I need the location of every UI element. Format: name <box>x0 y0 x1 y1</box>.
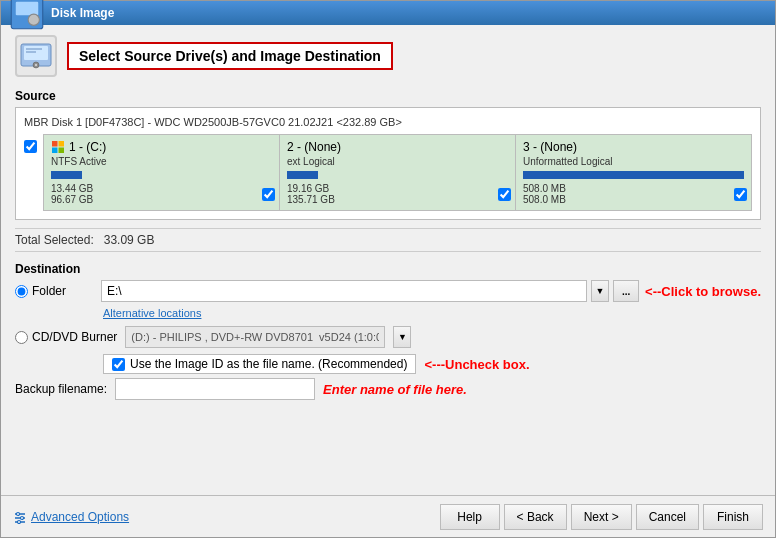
partition-1: 1 - (C:) NTFS Active 13.44 GB 96.67 GB <box>43 134 280 211</box>
partition-1-checkbox-wrapper <box>262 188 275 204</box>
header-title: Select Source Drive(s) and Image Destina… <box>67 42 393 70</box>
folder-radio-label: Folder <box>32 284 66 298</box>
folder-input[interactable] <box>101 280 587 302</box>
partition-3-checkbox-wrapper <box>734 188 747 204</box>
folder-dropdown-btn[interactable]: ▼ <box>591 280 609 302</box>
enter-annotation: Enter name of file here. <box>323 382 467 397</box>
total-selected-row: Total Selected: 33.09 GB <box>15 228 761 252</box>
title-bar: Disk Image <box>1 1 775 25</box>
image-id-row: Use the Image ID as the file name. (Reco… <box>103 354 761 374</box>
partition-2-sizes: 19.16 GB 135.71 GB <box>287 183 508 205</box>
backup-filename-label: Backup filename: <box>15 382 107 396</box>
cd-dropdown-btn: ▼ <box>393 326 411 348</box>
uncheck-annotation: <---Uncheck box. <box>424 357 529 372</box>
next-button[interactable]: Next > <box>571 504 632 530</box>
folder-radio-wrapper: Folder <box>15 284 95 298</box>
partition-1-sizes: 13.44 GB 96.67 GB <box>51 183 272 205</box>
partition-2-type: ext Logical <box>287 156 508 167</box>
svg-point-2 <box>28 14 39 25</box>
svg-point-16 <box>21 516 24 519</box>
help-button[interactable]: Help <box>440 504 500 530</box>
windows-icon <box>51 140 65 154</box>
backup-filename-input[interactable] <box>115 378 315 400</box>
partition-3-type: Unformatted Logical <box>523 156 744 167</box>
button-group: Help < Back Next > Cancel Finish <box>440 504 763 530</box>
source-label: Source <box>15 89 761 103</box>
cd-radio[interactable] <box>15 331 28 344</box>
folder-radio[interactable] <box>15 285 28 298</box>
partition-3: 3 - (None) Unformatted Logical 508.0 MB … <box>516 134 752 211</box>
header-section: Select Source Drive(s) and Image Destina… <box>15 35 761 77</box>
svg-point-6 <box>35 64 37 66</box>
partitions-container: 1 - (C:) NTFS Active 13.44 GB 96.67 GB <box>43 134 752 211</box>
alt-locations-link[interactable]: Alternative locations <box>103 307 201 319</box>
svg-rect-7 <box>26 48 42 50</box>
partition-2-number: 2 - (None) <box>287 140 341 154</box>
partition-2-bar <box>287 171 318 179</box>
browse-button[interactable]: ... <box>613 280 639 302</box>
total-selected-label: Total Selected: <box>15 233 94 247</box>
cd-row: CD/DVD Burner (D:) - PHILIPS , DVD+-RW D… <box>15 326 761 348</box>
backup-filename-row: Backup filename: Enter name of file here… <box>15 378 761 400</box>
cd-radio-wrapper: CD/DVD Burner <box>15 330 117 344</box>
partition-3-sizes: 508.0 MB 508.0 MB <box>523 183 744 205</box>
svg-rect-8 <box>26 51 36 53</box>
svg-rect-1 <box>16 2 39 16</box>
folder-input-row: ▼ ... <box>101 280 639 302</box>
destination-label: Destination <box>15 262 761 276</box>
partition-2-header: 2 - (None) <box>287 140 508 154</box>
advanced-options-label: Advanced Options <box>31 510 129 524</box>
header-icon <box>15 35 57 77</box>
bottom-bar: Advanced Options Help < Back Next > Canc… <box>1 495 775 537</box>
advanced-options-link[interactable]: Advanced Options <box>13 510 129 524</box>
image-id-label: Use the Image ID as the file name. (Reco… <box>130 357 407 371</box>
destination-section: Destination Folder ▼ ... <--Click to bro… <box>15 262 761 400</box>
svg-point-14 <box>17 512 20 515</box>
svg-rect-10 <box>59 141 65 147</box>
source-section: Source MBR Disk 1 [D0F4738C] - WDC WD250… <box>15 89 761 220</box>
partition-1-number: 1 - (C:) <box>69 140 106 154</box>
svg-point-18 <box>18 520 21 523</box>
alt-locations-row: Alternative locations <box>15 306 761 320</box>
partition-2-check[interactable] <box>498 188 511 201</box>
svg-rect-12 <box>59 148 65 154</box>
sliders-icon <box>13 510 27 524</box>
back-button[interactable]: < Back <box>504 504 567 530</box>
partition-3-check[interactable] <box>734 188 747 201</box>
cancel-button[interactable]: Cancel <box>636 504 699 530</box>
disk-checkbox[interactable] <box>24 140 37 153</box>
partition-1-check[interactable] <box>262 188 275 201</box>
svg-rect-11 <box>52 148 58 154</box>
partition-1-bar <box>51 171 82 179</box>
image-id-box: Use the Image ID as the file name. (Reco… <box>103 354 416 374</box>
disk-icon <box>18 38 54 74</box>
image-id-checkbox[interactable] <box>112 358 125 371</box>
browse-annotation: <--Click to browse. <box>645 284 761 299</box>
partition-2: 2 - (None) ext Logical 19.16 GB 135.71 G… <box>280 134 516 211</box>
partition-1-type: NTFS Active <box>51 156 272 167</box>
disk-header: MBR Disk 1 [D0F4738C] - WDC WD2500JB-57G… <box>24 116 752 128</box>
partition-2-checkbox-wrapper <box>498 188 511 204</box>
cd-radio-label: CD/DVD Burner <box>32 330 117 344</box>
finish-button[interactable]: Finish <box>703 504 763 530</box>
total-selected-value: 33.09 GB <box>104 233 155 247</box>
window-title: Disk Image <box>51 6 114 20</box>
partition-1-header: 1 - (C:) <box>51 140 272 154</box>
svg-rect-9 <box>52 141 58 147</box>
partition-3-number: 3 - (None) <box>523 140 577 154</box>
content-area: Select Source Drive(s) and Image Destina… <box>1 25 775 495</box>
partition-3-header: 3 - (None) <box>523 140 744 154</box>
cd-input <box>125 326 385 348</box>
partition-3-bar <box>523 171 744 179</box>
main-window: Disk Image Select Source Drive(s) and Im… <box>0 0 776 538</box>
folder-row: Folder ▼ ... <--Click to browse. <box>15 280 761 302</box>
source-box: MBR Disk 1 [D0F4738C] - WDC WD2500JB-57G… <box>15 107 761 220</box>
